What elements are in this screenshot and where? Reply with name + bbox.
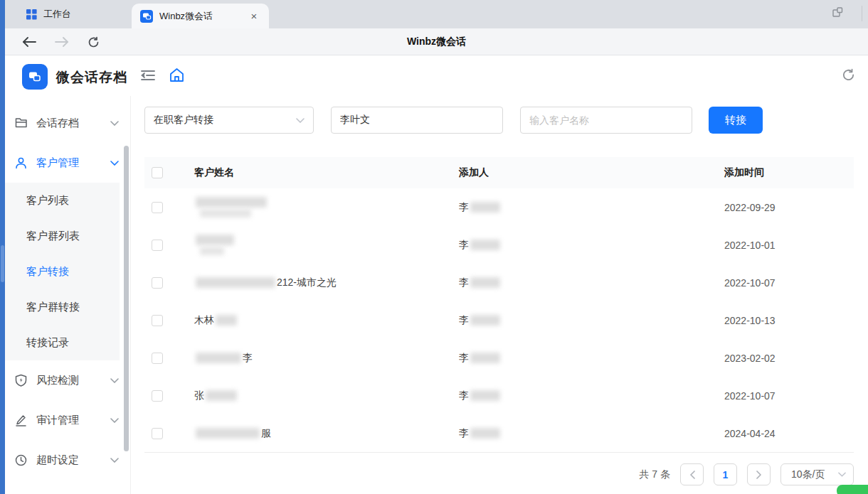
page-size-value: 10条/页 [791, 468, 825, 481]
cell-text: 212-城市之光 [277, 276, 337, 289]
row-checkbox[interactable] [152, 428, 163, 439]
sidebar-subitem-customer-list[interactable]: 客户列表 [5, 183, 120, 218]
table-row[interactable]: 张 李 2022-10-07 [144, 377, 854, 414]
table-row[interactable]: 李 2022-10-01 [144, 226, 854, 264]
sidebar-item-label: 客户管理 [36, 156, 79, 170]
row-checkbox[interactable] [152, 277, 163, 289]
redacted-text [470, 428, 500, 439]
transfer-button[interactable]: 转接 [709, 107, 763, 134]
reload-icon[interactable] [88, 36, 100, 48]
redacted-text [216, 315, 237, 326]
staff-name-input[interactable] [331, 107, 503, 134]
row-checkbox[interactable] [152, 202, 163, 213]
next-page-button[interactable] [747, 463, 771, 485]
grid-icon [26, 9, 37, 20]
collapse-sidebar-icon[interactable] [141, 69, 155, 85]
cell-text: 张 [194, 390, 204, 402]
tab-workspace[interactable]: 工作台 [14, 0, 84, 28]
chat-app-icon [140, 10, 153, 23]
customer-name-cell [194, 235, 459, 255]
add-date-cell: 2022-10-07 [724, 277, 854, 289]
subitem-label: 客户群列表 [26, 230, 80, 243]
sidebar: 会话存档 客户管理 客户列表 客户群列表 客户转接 客户群转接 转接记录 [5, 96, 131, 494]
pagination-bar: 共 7 条 1 10条/页 [639, 463, 854, 485]
chevron-down-icon [110, 121, 119, 126]
stripe-scroll-thumb[interactable] [1, 245, 4, 282]
tab-workspace-label: 工作台 [43, 8, 71, 21]
cell-text: 李 [459, 314, 469, 327]
content-refresh-icon[interactable] [842, 68, 855, 85]
adder-cell: 李 [459, 239, 724, 252]
cell-text: 李 [459, 201, 469, 214]
chevron-right-icon [756, 471, 762, 479]
sidebar-item-session-archive[interactable]: 会话存档 [5, 103, 130, 143]
tab-app-active[interactable]: Winbz微会话 × [132, 4, 269, 28]
page-number-button[interactable]: 1 [714, 463, 737, 485]
table-row[interactable]: 212-城市之光 李 2022-10-07 [144, 264, 854, 301]
customer-name-input[interactable] [520, 107, 692, 134]
customer-name-cell: 木林 [194, 314, 459, 327]
table-row[interactable]: 服 李 2024-04-24 [144, 414, 854, 452]
redacted-text [470, 315, 500, 326]
sidebar-subitem-customer-transfer[interactable]: 客户转接 [5, 254, 120, 289]
sidebar-item-risk-detection[interactable]: 风控检测 [5, 360, 130, 400]
select-all-checkbox[interactable] [152, 167, 163, 178]
redacted-text [196, 235, 234, 255]
shield-icon [15, 374, 28, 387]
cell-text: 李 [459, 390, 469, 402]
row-checkbox[interactable] [152, 240, 163, 251]
sidebar-item-timeout-setting[interactable]: 超时设定 [5, 440, 130, 480]
table-header: 客户姓名 添加人 添加时间 [144, 157, 854, 188]
brand-title: 微会话存档 [56, 68, 127, 87]
subitem-label: 客户转接 [26, 265, 69, 279]
add-date-cell: 2024-04-24 [724, 428, 854, 439]
forward-icon[interactable] [55, 37, 69, 47]
table-row[interactable]: 李 李 2023-02-02 [144, 339, 854, 377]
sidebar-subitem-customer-group-transfer[interactable]: 客户群转接 [5, 289, 120, 325]
sidebar-item-label: 风控检测 [36, 374, 79, 387]
adder-cell: 李 [459, 427, 724, 440]
tab-app-label: Winbz微会话 [159, 10, 248, 23]
cell-text: 李 [459, 276, 469, 289]
back-icon[interactable] [22, 37, 36, 47]
sidebar-item-customer-management[interactable]: 客户管理 [5, 143, 130, 183]
row-checkbox[interactable] [152, 353, 163, 364]
sidebar-subitem-customer-group-list[interactable]: 客户群列表 [5, 218, 120, 254]
chevron-down-icon [296, 118, 305, 123]
sidebar-scrollbar[interactable] [124, 146, 129, 451]
chevron-down-icon [110, 418, 119, 423]
sidebar-item-audit-management[interactable]: 审计管理 [5, 400, 130, 440]
add-date-cell: 2022-10-07 [724, 390, 854, 402]
cell-text: 服 [261, 427, 271, 440]
home-icon[interactable] [169, 67, 185, 86]
table-row[interactable]: 木林 李 2022-10-13 [144, 301, 854, 339]
sidebar-subitem-transfer-records[interactable]: 转接记录 [5, 325, 120, 360]
header-adder: 添加人 [459, 166, 724, 179]
customer-table: 客户姓名 添加人 添加时间 李 2022-09-29 李 2022-10-01 … [144, 157, 854, 453]
sidebar-item-label: 审计管理 [36, 414, 79, 427]
chevron-down-icon [110, 378, 119, 383]
customer-management-submenu: 客户列表 客户群列表 客户转接 客户群转接 转接记录 [5, 183, 120, 360]
close-icon[interactable]: × [248, 10, 260, 23]
subitem-label: 转接记录 [26, 336, 69, 350]
filter-bar: 在职客户转接 转接 [144, 107, 763, 134]
status-toast-corner [837, 485, 868, 494]
redacted-text [470, 240, 500, 250]
open-new-window-icon[interactable] [832, 6, 844, 21]
chevron-down-icon [110, 458, 119, 463]
page-title: Winbz微会话 [5, 28, 868, 55]
page-size-select[interactable]: 10条/页 [780, 463, 854, 485]
navigation-bar: Winbz微会话 [5, 28, 868, 55]
add-date-cell: 2023-02-02 [724, 353, 854, 364]
chevron-down-icon [838, 472, 846, 477]
cell-text: 李 [243, 352, 253, 365]
prev-page-button[interactable] [680, 463, 704, 485]
transfer-type-select[interactable]: 在职客户转接 [144, 107, 314, 134]
row-checkbox[interactable] [152, 390, 163, 402]
titlebar-divider [862, 6, 862, 21]
redacted-text [470, 202, 500, 213]
table-row[interactable]: 李 2022-09-29 [144, 188, 854, 226]
customer-name-cell: 212-城市之光 [194, 276, 459, 289]
cell-text: 李 [459, 427, 469, 440]
row-checkbox[interactable] [152, 315, 163, 326]
